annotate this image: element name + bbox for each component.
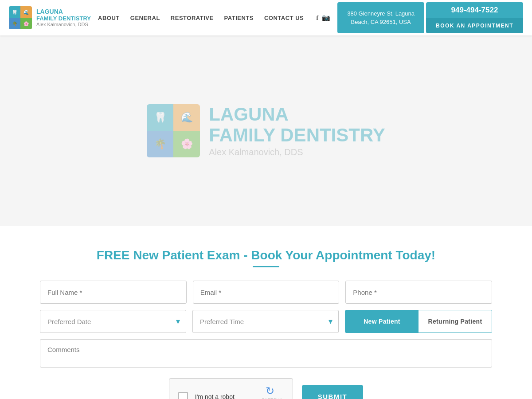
hero-logo-text: LAGUNA FAMILY DENTISTRY Alex Kalmanovich… xyxy=(209,104,385,157)
preferred-date-select[interactable]: Preferred Date Monday Tuesday Wednesday … xyxy=(40,310,186,333)
captcha-row: I'm not a robot ↻ reCAPTCHA Privacy - Te… xyxy=(40,378,492,399)
logo-text: LAGUNA FAMILY DENTISTRY Alex Kalmanovich… xyxy=(36,8,91,27)
hero-logo-icon: 🦷 🌊 🌴 🌸 xyxy=(147,104,200,157)
nav-patients[interactable]: PATIENTS xyxy=(224,15,254,21)
logo-cell-palm: 🌴 xyxy=(9,18,20,29)
email-input[interactable] xyxy=(193,281,340,304)
captcha-logo-area: ↻ reCAPTCHA Privacy - Terms xyxy=(256,385,284,399)
main-nav: ABOUT GENERAL RESTORATIVE PATIENTS CONTA… xyxy=(98,14,330,22)
logo-cell-wave: 🌊 xyxy=(20,6,32,18)
logo-line1: LAGUNA FAMILY DENTISTRY xyxy=(36,8,91,22)
captcha-checkbox[interactable] xyxy=(178,392,188,399)
logo-icon: 🦷 🌊 🌴 🌸 xyxy=(9,6,32,29)
phone-book-group: 949-494-7522 BOOK AN APPOINTMENT xyxy=(426,2,523,33)
hero-logo-cell-wave: 🌊 xyxy=(173,104,200,131)
nav-contact[interactable]: CONTACT US xyxy=(264,15,304,21)
logo-tagline: Alex Kalmanovich, DDS xyxy=(36,22,91,27)
hero-logo-cell-tooth: 🦷 xyxy=(147,104,173,131)
social-links: f 📷 xyxy=(316,14,330,22)
facebook-icon[interactable]: f xyxy=(316,14,318,22)
preferred-date-wrapper: Preferred Date Monday Tuesday Wednesday … xyxy=(40,310,186,333)
preferred-time-wrapper: Preferred Time Morning (8am-12pm) Aftern… xyxy=(192,310,339,333)
instagram-icon[interactable]: 📷 xyxy=(322,14,330,22)
hero-logo-sub: Alex Kalmanovich, DDS xyxy=(209,147,385,157)
phone-number[interactable]: 949-494-7522 xyxy=(426,2,523,18)
form-title-underline xyxy=(253,266,279,267)
nav-about[interactable]: ABOUT xyxy=(98,15,120,21)
hero-logo: 🦷 🌊 🌴 🌸 LAGUNA FAMILY DENTISTRY Alex Kal… xyxy=(147,104,385,157)
book-appointment-button[interactable]: BOOK AN APPOINTMENT xyxy=(426,18,523,33)
preferred-time-select[interactable]: Preferred Time Morning (8am-12pm) Aftern… xyxy=(192,310,339,333)
hero-logo-line1: LAGUNA FAMILY DENTISTRY xyxy=(209,104,385,145)
captcha-box: I'm not a robot ↻ reCAPTCHA Privacy - Te… xyxy=(169,378,293,399)
form-row-2: Preferred Date Monday Tuesday Wednesday … xyxy=(40,310,492,333)
form-title: FREE New Patient Exam - Book Your Appoin… xyxy=(40,248,492,262)
logo-cell-flower: 🌸 xyxy=(20,18,32,29)
logo-cell-tooth: 🦷 xyxy=(9,6,20,18)
hero-section: 🦷 🌊 🌴 🌸 LAGUNA FAMILY DENTISTRY Alex Kal… xyxy=(0,35,532,226)
form-section: FREE New Patient Exam - Book Your Appoin… xyxy=(31,226,501,399)
cta-area: 380 Glenneyre St, Laguna Beach, CA 92651… xyxy=(337,2,523,33)
new-patient-button[interactable]: New Patient xyxy=(345,310,419,332)
nav-general[interactable]: GENERAL xyxy=(130,15,160,21)
form-row-3 xyxy=(40,339,492,368)
returning-patient-button[interactable]: Returning Patient xyxy=(419,310,492,332)
nav-restorative[interactable]: RESTORATIVE xyxy=(171,15,214,21)
recaptcha-icon: ↻ xyxy=(266,385,274,397)
hero-logo-cell-flower: 🌸 xyxy=(173,131,200,157)
hero-logo-cell-palm: 🌴 xyxy=(147,131,173,157)
phone-input[interactable] xyxy=(345,281,492,304)
submit-button[interactable]: SUBMIT xyxy=(302,385,364,399)
logo[interactable]: 🦷 🌊 🌴 🌸 LAGUNA FAMILY DENTISTRY Alex Kal… xyxy=(9,6,91,29)
full-name-input[interactable] xyxy=(40,281,187,304)
captcha-label: I'm not a robot xyxy=(195,393,235,399)
patient-type-toggle: New Patient Returning Patient xyxy=(345,310,492,333)
address-box: 380 Glenneyre St, Laguna Beach, CA 92651… xyxy=(337,2,424,33)
comments-textarea[interactable] xyxy=(40,339,492,368)
form-row-1 xyxy=(40,281,492,304)
